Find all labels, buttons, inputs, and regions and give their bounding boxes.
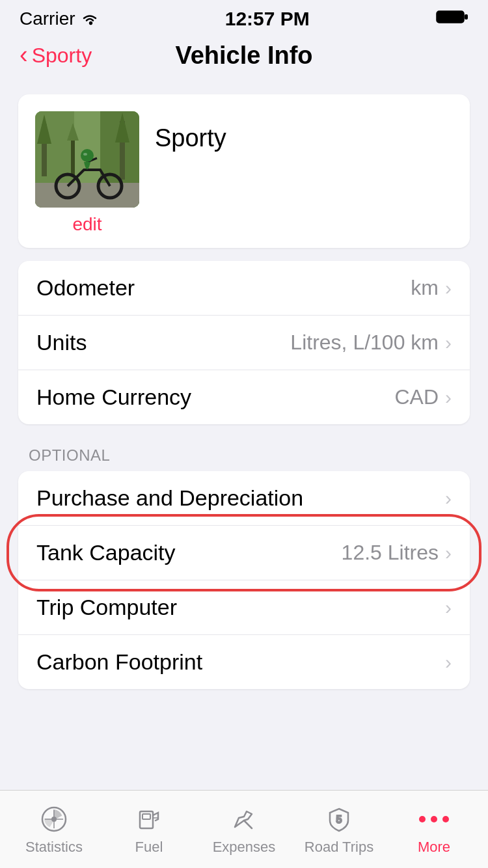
- road-trips-icon: 5: [323, 804, 355, 835]
- vehicle-photo-image: [35, 111, 139, 208]
- units-chevron-icon: ›: [445, 332, 452, 354]
- statistics-icon: [38, 804, 70, 835]
- more-label: More: [418, 839, 450, 856]
- optional-header: OPTIONAL: [0, 437, 488, 471]
- page-title: Vehicle Info: [175, 42, 312, 70]
- odometer-label: Odometer: [36, 275, 135, 301]
- carbon-footprint-chevron-icon: ›: [445, 651, 452, 673]
- back-label: Sporty: [32, 44, 92, 68]
- vehicle-card: edit Sporty: [18, 94, 470, 248]
- more-dot-1: [419, 816, 426, 822]
- svg-text:5: 5: [336, 814, 342, 825]
- fuel-label: Fuel: [135, 839, 163, 856]
- odometer-right: km ›: [411, 276, 452, 300]
- svg-rect-1: [465, 14, 468, 20]
- expenses-label: Expenses: [213, 839, 276, 856]
- currency-value: CAD: [394, 385, 439, 409]
- content: edit Sporty Odometer km › Units Litres, …: [0, 81, 488, 780]
- carbon-footprint-row[interactable]: Carbon Footprint ›: [18, 635, 470, 689]
- trip-computer-chevron-icon: ›: [445, 597, 452, 619]
- svg-rect-0: [437, 11, 464, 23]
- more-dot-3: [442, 816, 449, 822]
- carbon-footprint-right: ›: [445, 651, 452, 673]
- edit-link[interactable]: edit: [72, 214, 102, 235]
- settings-group: Odometer km › Units Litres, L/100 km › H…: [18, 261, 470, 424]
- units-value: Litres, L/100 km: [290, 331, 439, 355]
- trip-computer-right: ›: [445, 597, 452, 619]
- optional-group: Purchase and Depreciation › Tank Capacit…: [18, 471, 470, 689]
- trip-computer-row[interactable]: Trip Computer ›: [18, 580, 470, 635]
- status-bar: Carrier 12:57 PM: [0, 0, 488, 35]
- tank-capacity-chevron-icon: ›: [445, 542, 452, 564]
- vehicle-photo-section: edit: [35, 111, 139, 235]
- tank-capacity-value: 12.5 Litres: [342, 541, 439, 565]
- svg-point-14: [81, 149, 94, 162]
- status-time: 12:57 PM: [225, 8, 310, 30]
- carbon-footprint-label: Carbon Footprint: [36, 649, 202, 675]
- tank-capacity-label: Tank Capacity: [36, 540, 176, 565]
- svg-point-15: [83, 153, 87, 156]
- odometer-chevron-icon: ›: [445, 277, 452, 299]
- tab-statistics[interactable]: Statistics: [7, 797, 102, 862]
- svg-rect-21: [142, 814, 150, 819]
- currency-chevron-icon: ›: [445, 387, 452, 409]
- currency-label: Home Currency: [36, 385, 191, 410]
- expenses-icon: [228, 804, 260, 835]
- purchase-depreciation-right: ›: [445, 487, 452, 509]
- statistics-label: Statistics: [25, 839, 83, 856]
- units-row[interactable]: Units Litres, L/100 km ›: [18, 316, 470, 370]
- purchase-depreciation-row[interactable]: Purchase and Depreciation ›: [18, 471, 470, 526]
- vehicle-name: Sporty: [155, 111, 226, 152]
- tab-more[interactable]: More: [386, 797, 481, 862]
- purchase-depreciation-chevron-icon: ›: [445, 487, 452, 509]
- currency-row[interactable]: Home Currency CAD ›: [18, 370, 470, 424]
- currency-right: CAD ›: [394, 385, 452, 409]
- nav-bar: ‹ Sporty Vehicle Info: [0, 35, 488, 81]
- tab-fuel[interactable]: Fuel: [102, 797, 197, 862]
- more-icon: [418, 804, 450, 835]
- tab-road-trips[interactable]: 5 Road Trips: [291, 797, 386, 862]
- purchase-depreciation-label: Purchase and Depreciation: [36, 485, 303, 511]
- tab-bar: Statistics Fuel Expenses: [0, 790, 488, 868]
- more-dot-2: [431, 816, 437, 822]
- tank-capacity-right: 12.5 Litres ›: [342, 541, 452, 565]
- tank-capacity-row[interactable]: Tank Capacity 12.5 Litres ›: [18, 526, 470, 580]
- wifi-icon: [81, 12, 99, 25]
- odometer-row[interactable]: Odometer km ›: [18, 261, 470, 316]
- trip-computer-label: Trip Computer: [36, 595, 177, 620]
- tab-expenses[interactable]: Expenses: [197, 797, 291, 862]
- back-button[interactable]: ‹ Sporty: [20, 44, 92, 68]
- vehicle-photo: [35, 111, 139, 208]
- odometer-value: km: [411, 276, 439, 300]
- road-trips-label: Road Trips: [305, 839, 373, 856]
- carrier: Carrier: [20, 8, 99, 29]
- units-label: Units: [36, 330, 87, 355]
- svg-rect-11: [35, 183, 139, 208]
- back-chevron-icon: ‹: [20, 42, 28, 67]
- battery-icon: [436, 8, 468, 29]
- units-right: Litres, L/100 km ›: [290, 331, 452, 355]
- fuel-icon: [133, 804, 165, 835]
